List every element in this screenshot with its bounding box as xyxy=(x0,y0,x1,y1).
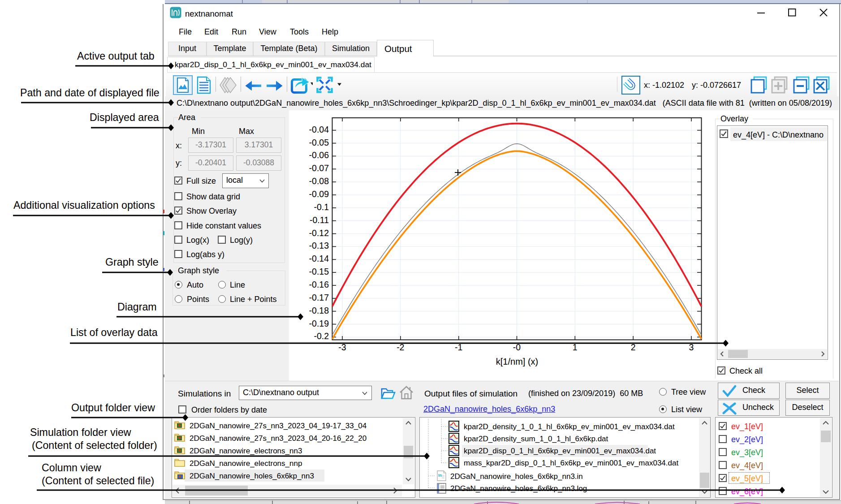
svg-text:-0.05: -0.05 xyxy=(309,138,329,147)
svg-text:-0.15: -0.15 xyxy=(309,267,329,276)
svg-text:-0.11: -0.11 xyxy=(310,215,329,225)
svg-text:-0.13: -0.13 xyxy=(309,241,329,250)
svg-text:In: In xyxy=(438,473,442,478)
svg-text:-0.12: -0.12 xyxy=(309,228,329,238)
svg-text:-0.19: -0.19 xyxy=(309,319,329,328)
svg-text:-0.09: -0.09 xyxy=(309,189,329,199)
svg-text:-0.14: -0.14 xyxy=(309,254,329,263)
svg-text:-0.07: -0.07 xyxy=(309,163,329,173)
svg-text:-2: -2 xyxy=(397,342,404,352)
svg-text:-0.2: -0.2 xyxy=(314,331,329,341)
svg-text:-0.16: -0.16 xyxy=(309,280,329,289)
svg-text:2: 2 xyxy=(631,342,636,352)
svg-text:3: 3 xyxy=(689,342,694,352)
svg-text:-0.1: -0.1 xyxy=(314,202,329,212)
svg-text:1: 1 xyxy=(573,342,578,352)
svg-text:-0.08: -0.08 xyxy=(309,176,329,186)
svg-text:-0.06: -0.06 xyxy=(309,150,329,160)
svg-text:-0.18: -0.18 xyxy=(309,306,329,315)
svg-text:-3: -3 xyxy=(338,342,346,352)
svg-text:k[1/nm] (x): k[1/nm] (x) xyxy=(496,357,538,366)
svg-text:-0.17: -0.17 xyxy=(309,293,329,302)
svg-text:-0: -0 xyxy=(513,342,521,352)
svg-text:-1: -1 xyxy=(455,342,462,352)
svg-text:-0.04: -0.04 xyxy=(309,125,329,134)
